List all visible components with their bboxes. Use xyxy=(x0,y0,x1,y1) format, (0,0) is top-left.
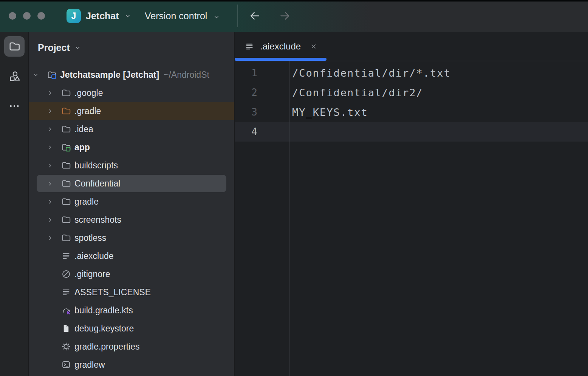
tree-item-gradle-properties[interactable]: gradle.properties xyxy=(29,337,234,356)
project-folder-icon xyxy=(47,70,57,80)
folder-icon xyxy=(61,88,71,98)
line-code[interactable]: MY_KEYS.txt xyxy=(289,106,368,118)
line-number: 2 xyxy=(235,87,289,98)
tool-window-button-project[interactable] xyxy=(4,36,25,57)
tree-item-label: .idea xyxy=(74,124,93,134)
shapes-icon xyxy=(8,70,20,82)
tool-window-bar xyxy=(0,32,29,376)
tree-item-gradlew[interactable]: gradlew xyxy=(29,356,234,374)
line-number: 4 xyxy=(235,126,289,137)
tree-item-google[interactable]: .google xyxy=(29,84,234,102)
chevron-right-icon[interactable] xyxy=(46,234,54,242)
chevron-right-icon[interactable] xyxy=(46,180,54,187)
editor-tab-bar: .aiexclude xyxy=(235,32,588,61)
tree-item-label: ASSETS_LICENSE xyxy=(74,287,151,297)
editor-line-3[interactable]: 3MY_KEYS.txt xyxy=(235,102,588,122)
editor-line-2[interactable]: 2/Confidential/dir2/ xyxy=(235,83,588,102)
ide-window: J Jetchat Version control xyxy=(0,0,588,376)
code-editor[interactable]: 1/Confidential/dir/*.txt2/Confidential/d… xyxy=(235,61,588,376)
line-code[interactable]: /Confidential/dir2/ xyxy=(289,87,423,99)
tree-item-label: .gradle xyxy=(74,106,101,116)
module-folder-icon xyxy=(61,142,71,152)
tree-item-jetchatsample-jetchat[interactable]: Jetchatsample [Jetchat]~/AndroidSt xyxy=(29,66,234,84)
folder-icon xyxy=(8,40,20,52)
line-number: 1 xyxy=(235,67,289,79)
tree-item-debug-keystore[interactable]: debug.keystore xyxy=(29,319,234,337)
line-number: 3 xyxy=(235,106,289,118)
terminal-file-icon xyxy=(61,360,71,370)
project-selector[interactable]: J Jetchat xyxy=(67,0,132,32)
folder-icon xyxy=(61,215,71,225)
tree-item-gradle[interactable]: .gradle xyxy=(29,102,234,120)
tree-item-label: app xyxy=(74,142,90,153)
tree-indent-spacer xyxy=(46,252,54,260)
project-panel-title: Project xyxy=(38,42,70,53)
main-content: Project Jetchatsample [Jetchat]~/Android… xyxy=(0,32,588,376)
gutter-separator xyxy=(289,61,289,376)
traffic-light-zoom-icon[interactable] xyxy=(37,12,45,20)
tree-item-label: spotless xyxy=(74,233,106,243)
tree-item-assets-license[interactable]: ASSETS_LICENSE xyxy=(29,283,234,301)
editor-tab-aiexclude[interactable]: .aiexclude xyxy=(235,32,326,61)
project-panel-header[interactable]: Project xyxy=(38,41,234,54)
tree-item-build-gradle-kts[interactable]: build.gradle.kts xyxy=(29,301,234,319)
chevron-right-icon[interactable] xyxy=(46,89,54,97)
chevron-right-icon[interactable] xyxy=(46,107,54,115)
text-file-icon xyxy=(61,287,71,297)
line-code[interactable]: /Confidential/dir/*.txt xyxy=(289,67,451,79)
vcs-selector[interactable]: Version control xyxy=(145,0,220,32)
folder-icon xyxy=(61,179,71,188)
tree-item-screenshots[interactable]: screenshots xyxy=(29,211,234,229)
tree-item-label: Jetchatsample [Jetchat] xyxy=(60,70,159,80)
close-tab-icon[interactable] xyxy=(310,43,317,50)
text-file-icon xyxy=(244,42,254,51)
project-selector-label: Jetchat xyxy=(86,11,119,22)
tree-item-label: .gitignore xyxy=(74,269,110,279)
tree-indent-spacer xyxy=(46,307,54,314)
editor-area: .aiexclude 1/Confidential/dir/*.txt2/Con… xyxy=(235,32,588,376)
tree-item-gradle[interactable]: gradle xyxy=(29,193,234,211)
tool-window-button-more-tool-windows[interactable] xyxy=(4,96,25,116)
tree-item-aiexclude[interactable]: .aiexclude xyxy=(29,247,234,265)
tree-item-label: gradlew xyxy=(74,360,105,370)
chevron-right-icon[interactable] xyxy=(46,162,54,169)
tool-window-button-resource-manager[interactable] xyxy=(4,66,25,86)
tree-item-label: .aiexclude xyxy=(74,251,114,261)
folder-icon xyxy=(61,124,71,134)
editor-line-4[interactable]: 4 xyxy=(235,122,588,142)
project-tree: Jetchatsample [Jetchat]~/AndroidSt.googl… xyxy=(29,66,234,374)
folder-icon xyxy=(61,197,71,206)
tree-item-label: buildscripts xyxy=(74,160,118,171)
tree-item-confidential[interactable]: Confidential xyxy=(29,174,234,193)
tree-item-label: gradle xyxy=(74,197,99,207)
chevron-down-icon xyxy=(124,12,132,20)
chevron-right-icon[interactable] xyxy=(46,198,54,205)
tree-item-label: Confidential xyxy=(74,179,120,189)
traffic-light-close-icon[interactable] xyxy=(9,12,16,20)
chevron-right-icon[interactable] xyxy=(46,143,54,151)
tree-item-spotless[interactable]: spotless xyxy=(29,229,234,247)
chevron-right-icon[interactable] xyxy=(46,216,54,223)
folder-orange-icon xyxy=(61,106,71,116)
tree-item-label: gradle.properties xyxy=(74,342,140,352)
chevron-down-icon[interactable] xyxy=(32,71,39,79)
ignore-file-icon xyxy=(61,269,71,279)
chevron-right-icon[interactable] xyxy=(46,125,54,133)
tree-item-buildscripts[interactable]: buildscripts xyxy=(29,156,234,174)
tree-indent-spacer xyxy=(46,325,54,332)
tree-item-label: build.gradle.kts xyxy=(74,305,133,316)
traffic-light-minimize-icon[interactable] xyxy=(23,12,31,20)
tree-item-label: screenshots xyxy=(74,215,121,225)
tree-indent-spacer xyxy=(46,361,54,368)
chevron-down-icon xyxy=(74,44,81,51)
navigate-forward-button[interactable] xyxy=(277,8,293,23)
navigate-back-button[interactable] xyxy=(246,8,263,23)
tree-item-label: debug.keystore xyxy=(74,324,134,334)
folder-icon xyxy=(61,233,71,243)
tree-item-label: .google xyxy=(74,88,103,98)
tree-item-idea[interactable]: .idea xyxy=(29,120,234,138)
ellipsis-icon xyxy=(8,100,20,112)
tree-item-gitignore[interactable]: .gitignore xyxy=(29,265,234,283)
tree-item-app[interactable]: app xyxy=(29,138,234,156)
editor-line-1[interactable]: 1/Confidential/dir/*.txt xyxy=(235,63,588,83)
